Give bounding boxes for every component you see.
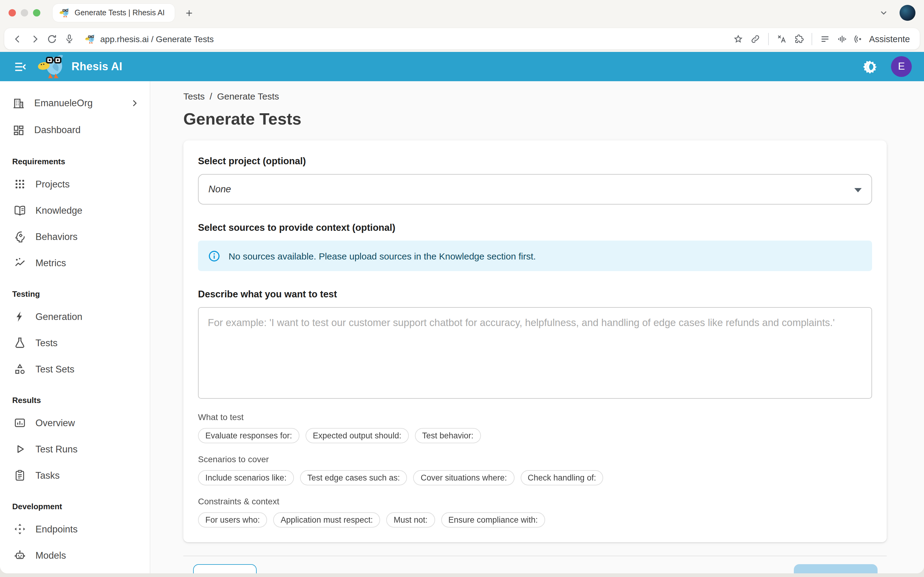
reading-list-icon[interactable] <box>816 31 834 47</box>
sidebar-item-overview[interactable]: Overview <box>0 410 150 436</box>
browser-tab[interactable]: Generate Tests | Rhesis AI <box>53 4 175 22</box>
assistant-label[interactable]: Assistente <box>869 34 910 44</box>
footer-divider <box>183 556 887 556</box>
sidebar-item-dashboard[interactable]: Dashboard <box>0 117 150 143</box>
sidebar-item-label: Projects <box>36 179 69 190</box>
browser-profile-avatar[interactable] <box>900 5 916 21</box>
back-button-label: Back <box>222 571 242 573</box>
sidebar-item-label: Dashboard <box>34 124 140 135</box>
rhesis-logo <box>37 54 65 79</box>
translate-icon[interactable] <box>773 31 790 47</box>
breadcrumb-current: Generate Tests <box>217 91 279 101</box>
sidebar-item-endpoints[interactable]: Endpoints <box>0 516 150 542</box>
back-button[interactable]: ← Back <box>193 564 257 573</box>
sidebar-item-test-sets[interactable]: Test Sets <box>0 356 150 382</box>
theme-toggle-icon[interactable] <box>862 59 877 74</box>
tests-flask-icon <box>13 337 26 349</box>
breadcrumb-tests-link[interactable]: Tests <box>183 91 205 101</box>
chip[interactable]: Test edge cases such as: <box>300 470 407 485</box>
dashboard-icon <box>12 124 25 137</box>
sidebar-item-tasks[interactable]: Tasks <box>0 462 150 488</box>
tab-list-chevron-down-icon[interactable] <box>879 8 888 18</box>
address-bar[interactable]: app.rhesis.ai / Generate Tests <box>4 28 920 50</box>
sidebar-item-label: Endpoints <box>36 524 78 535</box>
close-window-button[interactable] <box>8 9 16 16</box>
page-title: Generate Tests <box>183 108 924 130</box>
chip[interactable]: Include scenarios like: <box>198 470 294 485</box>
sidebar-item-metrics[interactable]: Metrics <box>0 250 150 276</box>
new-tab-button[interactable] <box>184 8 194 18</box>
tasks-clipboard-icon <box>13 469 26 482</box>
project-select-value: None <box>208 184 231 195</box>
sidebar-item-label: Test Runs <box>36 443 78 455</box>
wizard-actions: ← Back Continue → <box>183 564 887 573</box>
chip[interactable]: Application must respect: <box>273 512 380 527</box>
sidebar-item-label: Generation <box>36 311 82 322</box>
chip-group-label-scenarios: Scenarios to cover <box>198 454 872 465</box>
projects-grid-icon <box>13 178 26 190</box>
zoom-window-button[interactable] <box>33 9 40 16</box>
chevron-right-icon <box>129 98 140 109</box>
rhesis-favicon <box>59 8 69 18</box>
continue-button[interactable]: Continue → <box>794 564 877 573</box>
sidebar-item-label: Test Sets <box>36 364 74 375</box>
chip-group-label-constraints: Constraints & context <box>198 496 872 507</box>
sidebar-item-models[interactable]: Models <box>0 542 150 569</box>
info-icon <box>208 250 221 262</box>
sidebar-collapse-menu-icon[interactable] <box>13 60 27 74</box>
chip[interactable]: Test behavior: <box>415 428 481 443</box>
bookmark-star-icon[interactable] <box>730 31 747 47</box>
extensions-puzzle-icon[interactable] <box>790 31 807 47</box>
sidebar-item-label: Behaviors <box>36 231 78 242</box>
sidebar-item-projects[interactable]: Projects <box>0 171 150 197</box>
chip[interactable]: Check handling of: <box>520 470 604 485</box>
app-header: Rhesis AI E <box>0 52 924 81</box>
browser-tab-bar: Generate Tests | Rhesis AI <box>0 0 924 26</box>
minimize-window-button[interactable] <box>21 9 28 16</box>
sidebar-item-label: Overview <box>36 417 75 428</box>
alert-text: No sources available. Please upload sour… <box>229 251 536 261</box>
sidebar-item-test-runs[interactable]: Test Runs <box>0 436 150 462</box>
sidebar: EmanueleOrg Dashboard Requirements Proje… <box>0 81 150 573</box>
metrics-sparkle-icon <box>13 256 26 269</box>
microphone-icon[interactable] <box>60 31 78 47</box>
assistant-icon[interactable] <box>851 31 868 47</box>
behaviors-psychology-icon <box>13 230 26 243</box>
sidebar-item-label: Tasks <box>36 470 60 481</box>
chip[interactable]: Must not: <box>386 512 435 527</box>
chip[interactable]: Cover situations where: <box>414 470 514 485</box>
chip[interactable]: Ensure compliance with: <box>441 512 545 527</box>
test-runs-play-icon <box>13 443 26 456</box>
user-avatar[interactable]: E <box>891 56 912 77</box>
chip[interactable]: Evaluate responses for: <box>198 428 299 443</box>
organization-name: EmanueleOrg <box>34 98 120 109</box>
chip[interactable]: Expected output should: <box>305 428 409 443</box>
project-select[interactable]: None <box>198 174 872 205</box>
sidebar-item-organization[interactable]: EmanueleOrg <box>0 90 150 117</box>
chip[interactable]: For users who: <box>198 512 267 527</box>
sidebar-section-results: Results <box>0 382 150 410</box>
voice-assistant-icon[interactable] <box>834 31 851 47</box>
chip-group-what-to-test: Evaluate responses for: Expected output … <box>198 428 872 443</box>
chip-group-label-what-to-test: What to test <box>198 412 872 422</box>
url-text[interactable]: app.rhesis.ai / Generate Tests <box>100 34 213 44</box>
describe-textarea[interactable] <box>198 307 872 399</box>
describe-label: Describe what you want to test <box>198 288 872 300</box>
test-sets-shapes-icon <box>13 363 26 376</box>
chip-group-scenarios: Include scenarios like: Test edge cases … <box>198 470 872 485</box>
copy-link-icon[interactable] <box>747 31 764 47</box>
back-button[interactable] <box>9 31 26 47</box>
sidebar-item-label: Metrics <box>36 257 66 268</box>
sidebar-item-label: Knowledge <box>36 205 82 216</box>
reload-button[interactable] <box>44 31 60 47</box>
overview-chart-icon <box>13 416 26 429</box>
site-favicon <box>85 34 95 44</box>
forward-button[interactable] <box>26 31 44 47</box>
sidebar-item-behaviors[interactable]: Behaviors <box>0 224 150 250</box>
continue-button-label: Continue <box>810 571 847 573</box>
generation-bolt-icon <box>13 310 26 323</box>
sidebar-item-generation[interactable]: Generation <box>0 303 150 330</box>
sidebar-item-knowledge[interactable]: Knowledge <box>0 197 150 224</box>
sidebar-item-tests[interactable]: Tests <box>0 330 150 356</box>
avatar-initial: E <box>898 60 905 73</box>
